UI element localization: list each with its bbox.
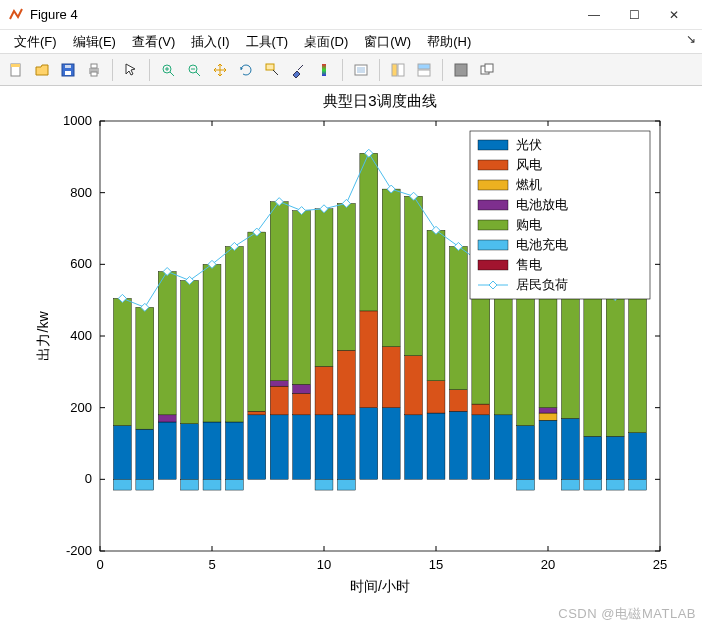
svg-text:风电: 风电 [516,157,542,172]
svg-text:电池放电: 电池放电 [516,197,568,212]
svg-rect-89 [293,415,311,480]
pan-icon[interactable] [208,58,232,82]
svg-rect-139 [629,479,647,490]
svg-rect-69 [136,479,154,490]
svg-rect-68 [136,307,154,429]
svg-text:典型日3调度曲线: 典型日3调度曲线 [323,92,436,109]
print-icon[interactable] [82,58,106,82]
svg-rect-74 [181,280,199,423]
svg-rect-10 [266,64,274,70]
menu-tools[interactable]: 工具(T) [238,31,297,53]
new-file-icon[interactable] [4,58,28,82]
menu-edit[interactable]: 编辑(E) [65,31,124,53]
svg-rect-131 [584,436,602,479]
svg-rect-126 [539,408,557,413]
svg-text:0: 0 [96,557,103,572]
window-titlebar: Figure 4 — ☐ ✕ [0,0,702,30]
svg-rect-151 [478,240,508,250]
svg-rect-107 [405,415,423,480]
brush-icon[interactable] [286,58,310,82]
zoom-in-icon[interactable] [156,58,180,82]
svg-text:10: 10 [317,557,331,572]
svg-text:光伏: 光伏 [516,137,542,152]
svg-rect-141 [478,140,508,150]
menubar: 文件(F) 编辑(E) 查看(V) 插入(I) 工具(T) 桌面(D) 窗口(W… [0,30,702,54]
svg-rect-97 [337,415,355,480]
svg-rect-71 [158,415,176,422]
menu-window[interactable]: 窗口(W) [356,31,419,53]
toolbar-separator [149,59,150,81]
svg-rect-13 [357,67,365,73]
svg-text:1000: 1000 [63,113,92,128]
svg-rect-121 [517,426,535,480]
svg-rect-101 [360,408,378,480]
layout1-icon[interactable] [386,58,410,82]
undock-icon[interactable] [475,58,499,82]
minimize-button[interactable]: — [574,1,614,29]
svg-rect-104 [382,408,400,480]
svg-rect-123 [517,479,535,490]
svg-rect-116 [472,415,490,480]
svg-rect-109 [405,196,423,355]
svg-rect-70 [158,422,176,479]
open-icon[interactable] [30,58,54,82]
svg-rect-76 [203,422,221,479]
menu-insert[interactable]: 插入(I) [183,31,237,53]
svg-rect-99 [337,203,355,350]
svg-rect-17 [418,70,430,76]
menu-file[interactable]: 文件(F) [6,31,65,53]
toolbar-separator [342,59,343,81]
zoom-out-icon[interactable] [182,58,206,82]
save-icon[interactable] [56,58,80,82]
menu-desktop[interactable]: 桌面(D) [296,31,356,53]
svg-rect-124 [539,420,557,479]
window-title: Figure 4 [30,7,574,22]
rotate-icon[interactable] [234,58,258,82]
svg-rect-137 [629,433,647,480]
svg-rect-94 [315,366,333,414]
svg-text:出力/kw: 出力/kw [35,311,51,361]
svg-rect-105 [382,347,400,408]
svg-rect-106 [382,189,400,347]
svg-text:5: 5 [208,557,215,572]
close-button[interactable]: ✕ [654,1,694,29]
svg-rect-80 [225,246,243,422]
svg-rect-77 [203,264,221,422]
maximize-button[interactable]: ☐ [614,1,654,29]
menu-expand-icon[interactable]: ↘ [686,32,696,46]
svg-rect-128 [561,418,579,479]
layout2-icon[interactable] [412,58,436,82]
menu-help[interactable]: 帮助(H) [419,31,479,53]
svg-rect-132 [584,289,602,436]
toolbar-separator [442,59,443,81]
toolbar [0,54,702,86]
svg-text:售电: 售电 [516,257,542,272]
svg-rect-111 [427,381,445,413]
svg-rect-85 [270,415,288,480]
colorbar-icon[interactable] [312,58,336,82]
svg-rect-67 [136,429,154,479]
svg-rect-98 [337,350,355,415]
svg-rect-88 [270,202,288,381]
svg-rect-87 [270,381,288,386]
link-icon[interactable] [349,58,373,82]
menu-view[interactable]: 查看(V) [124,31,183,53]
svg-text:燃机: 燃机 [516,177,542,192]
svg-rect-83 [248,411,266,415]
svg-rect-145 [478,180,508,190]
svg-rect-119 [494,415,512,480]
svg-rect-117 [472,404,490,415]
svg-rect-72 [158,272,176,415]
svg-rect-110 [427,413,445,479]
chart[interactable]: -200020040060080010000510152025典型日3调度曲线时… [0,86,702,627]
pointer-icon[interactable] [119,58,143,82]
svg-rect-113 [449,411,467,479]
svg-rect-147 [478,200,508,210]
dock-icon[interactable] [449,58,473,82]
svg-text:600: 600 [70,256,92,271]
svg-rect-1 [11,64,20,67]
svg-rect-133 [584,479,602,490]
svg-text:居民负荷: 居民负荷 [516,277,568,292]
svg-rect-4 [65,65,71,68]
data-cursor-icon[interactable] [260,58,284,82]
